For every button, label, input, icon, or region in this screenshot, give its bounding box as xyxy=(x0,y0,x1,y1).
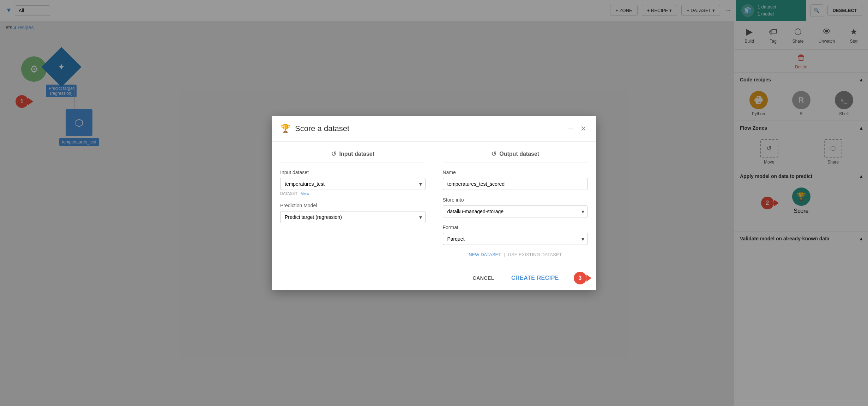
output-dataset-column: ↺ Output dataset Name Store into dataiku… xyxy=(434,142,597,266)
format-select-wrapper: Parquet xyxy=(443,233,588,245)
input-dataset-header: ↺ Input dataset xyxy=(280,150,426,162)
store-into-group: Store into dataiku-managed-storage xyxy=(443,197,588,217)
input-dataset-column: ↺ Input dataset Input dataset temperatur… xyxy=(272,142,434,266)
use-existing-dataset-toggle[interactable]: USE EXISTING DATASET xyxy=(508,252,562,257)
input-dataset-select-wrapper: temperatures_test xyxy=(280,178,426,190)
input-dataset-hint: DATASET - View xyxy=(280,191,426,196)
dataset-toggle: NEW DATASET | USE EXISTING DATASET xyxy=(443,252,588,257)
modal-close-button[interactable]: ✕ xyxy=(579,123,588,134)
format-select[interactable]: Parquet xyxy=(443,233,588,245)
prediction-model-select-wrapper: Predict target (regression) xyxy=(280,211,426,223)
store-into-label: Store into xyxy=(443,197,588,203)
new-dataset-toggle[interactable]: NEW DATASET xyxy=(469,252,501,257)
output-name-input[interactable] xyxy=(443,178,588,190)
output-dataset-header: ↺ Output dataset xyxy=(443,150,588,162)
modal-minimize-button[interactable]: ─ xyxy=(567,123,575,134)
step-badge-3: 3 xyxy=(574,272,591,284)
store-into-select-wrapper: dataiku-managed-storage xyxy=(443,205,588,217)
modal-footer: CANCEL CREATE RECIPE 3 xyxy=(272,266,596,290)
create-recipe-button[interactable]: CREATE RECIPE xyxy=(506,272,565,284)
output-dataset-icon: ↺ xyxy=(491,150,496,158)
prediction-model-select[interactable]: Predict target (regression) xyxy=(280,211,426,223)
store-into-select[interactable]: dataiku-managed-storage xyxy=(443,205,588,217)
prediction-model-group: Prediction Model Predict target (regress… xyxy=(280,203,426,223)
view-dataset-link[interactable]: View xyxy=(301,191,309,196)
input-dataset-icon: ↺ xyxy=(331,150,336,158)
output-name-label: Name xyxy=(443,170,588,175)
score-dataset-modal: 🏆 Score a dataset ─ ✕ ↺ Input dataset In… xyxy=(272,116,596,290)
modal-header: 🏆 Score a dataset ─ ✕ xyxy=(272,116,596,142)
modal-title-icon: 🏆 xyxy=(280,124,291,134)
cancel-button[interactable]: CANCEL xyxy=(467,272,500,284)
prediction-model-label: Prediction Model xyxy=(280,203,426,208)
output-name-group: Name xyxy=(443,170,588,190)
modal-overlay: 🏆 Score a dataset ─ ✕ ↺ Input dataset In… xyxy=(0,0,868,406)
modal-title: Score a dataset xyxy=(295,124,563,133)
format-group: Format Parquet xyxy=(443,224,588,245)
format-label: Format xyxy=(443,224,588,230)
input-dataset-label: Input dataset xyxy=(280,170,426,175)
modal-body: ↺ Input dataset Input dataset temperatur… xyxy=(272,142,596,266)
input-dataset-group: Input dataset temperatures_test DATASET … xyxy=(280,170,426,196)
input-dataset-select[interactable]: temperatures_test xyxy=(280,178,426,190)
